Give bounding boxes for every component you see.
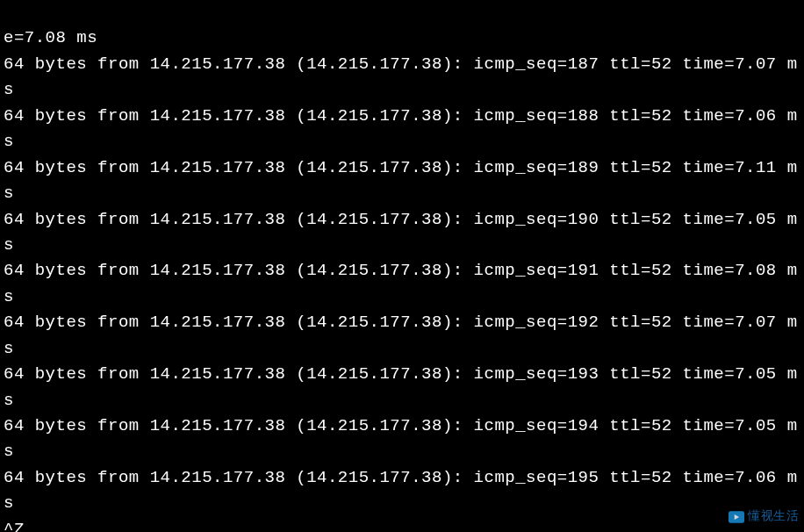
play-icon [729,511,744,523]
watermark-text: 懂视生活 [748,507,799,527]
ping-line-partial: e=7.08 ms [4,28,97,47]
terminal-output[interactable]: e=7.08 ms 64 bytes from 14.215.177.38 (1… [0,0,804,532]
watermark: 懂视生活 [729,507,799,527]
suspend-signal: ^Z [4,520,25,532]
ping-responses-container: 64 bytes from 14.215.177.38 (14.215.177.… [4,52,800,517]
